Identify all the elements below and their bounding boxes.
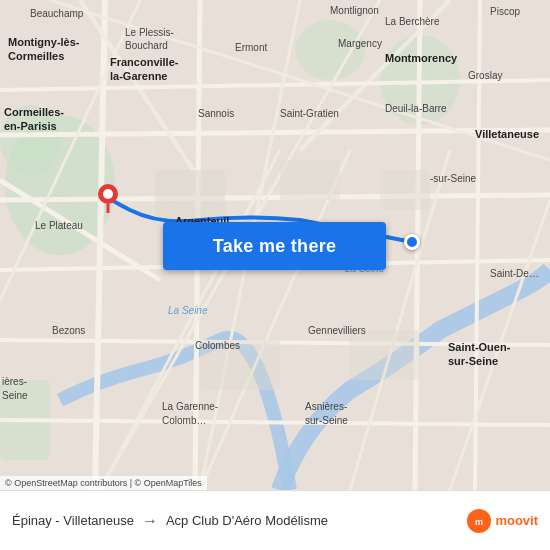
map-container: Beauchamp Montlignon La Berchère Piscop … <box>0 0 550 490</box>
moovit-icon: m <box>467 509 491 533</box>
destination-dot <box>404 234 420 250</box>
svg-rect-31 <box>350 330 420 380</box>
svg-rect-27 <box>155 170 225 220</box>
osm-attribution: © OpenStreetMap contributors | © OpenMap… <box>0 476 207 490</box>
take-me-there-button[interactable]: Take me there <box>163 222 386 270</box>
route-arrow: → <box>142 512 158 530</box>
bottom-bar: Épinay - Villetaneuse → Acp Club D'Aéro … <box>0 490 550 550</box>
svg-rect-28 <box>280 160 340 200</box>
route-to: Acp Club D'Aéro Modélisme <box>166 513 328 528</box>
svg-rect-29 <box>380 170 430 210</box>
svg-point-2 <box>0 105 60 175</box>
svg-text:m: m <box>475 517 483 527</box>
origin-pin <box>97 183 119 217</box>
svg-rect-30 <box>200 340 280 390</box>
moovit-logo: m moovit <box>467 509 538 533</box>
svg-point-3 <box>295 20 365 80</box>
svg-point-33 <box>103 189 113 199</box>
moovit-text: moovit <box>495 513 538 528</box>
route-from: Épinay - Villetaneuse <box>12 513 134 528</box>
